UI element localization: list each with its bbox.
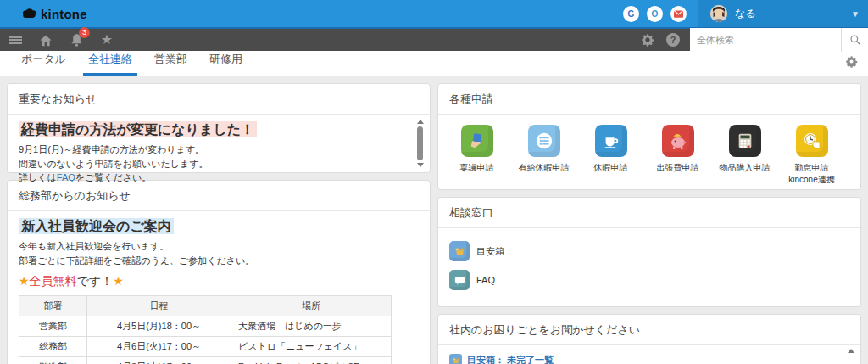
soumu-line-1: 今年も新入社員歓迎会を行います。 xyxy=(19,239,419,254)
list-icon xyxy=(528,125,560,157)
tab-zensha-renraku[interactable]: 全社連絡 xyxy=(83,47,137,76)
star-icon: ★ xyxy=(19,274,30,288)
left-column: 重要なお知らせ 経費申請の方法が変更になりました！ 9月1日(月)～経費申請の方… xyxy=(7,83,431,364)
col-date: 日程 xyxy=(87,296,231,316)
approval-hand-icon xyxy=(461,125,493,157)
kintone-cloud-icon xyxy=(22,8,36,19)
faq-link[interactable]: FAQ xyxy=(57,172,75,182)
table-row: 製造部 4月8日(木)17：00～ Rookie's Reset ABCビル3F xyxy=(19,357,392,364)
consultation-panel: 相談窓口 目安箱 FAQ xyxy=(437,197,861,307)
search-button[interactable] xyxy=(841,28,868,52)
important-line-3: 詳しくはFAQをご覧ください。 xyxy=(19,171,419,185)
right-column: 各種申請 稟議申請 有給休暇申請 xyxy=(437,83,861,364)
coffee-cup-icon xyxy=(595,125,627,157)
search-input[interactable] xyxy=(690,28,841,52)
home-icon[interactable] xyxy=(37,31,54,48)
free-announcement: ★全員無料です！★ xyxy=(19,274,419,289)
garoon-product-icon[interactable]: G xyxy=(623,6,639,22)
panel-title: 重要なお知らせ xyxy=(8,84,430,115)
global-search xyxy=(690,28,868,52)
user-name: なる xyxy=(735,7,756,21)
suggestion-box-icon xyxy=(449,241,470,261)
panel-title: 各種申請 xyxy=(438,84,860,115)
hamburger-menu-icon[interactable] xyxy=(7,31,24,48)
important-notice-panel: 重要なお知らせ 経費申請の方法が変更になりました！ 9月1日(月)～経費申請の方… xyxy=(7,83,431,173)
app-yukyu-kyuka-shinsei[interactable]: 有給休暇申請 xyxy=(510,125,577,186)
chat-bubble-icon xyxy=(449,270,470,290)
soumu-notice-panel: 総務部からのお知らせ 新入社員歓迎会のご案内 今年も新入社員歓迎会を行います。 … xyxy=(7,180,431,364)
inbox-panel: 社内のお困りごとをお聞かせください 目安箱： 未完了一覧 1 - 1（1件中） … xyxy=(437,314,861,364)
app-kyuka-shinsei[interactable]: 休暇申請 xyxy=(577,125,644,186)
applications-panel: 各種申請 稟議申請 有給休暇申請 xyxy=(437,83,861,190)
scroll-up-icon[interactable] xyxy=(848,349,854,353)
faq-app-link[interactable]: FAQ xyxy=(449,266,849,294)
portal-tabs: ポータル 全社連絡 営業部 研修用 xyxy=(0,51,868,76)
calculator-icon xyxy=(729,125,761,157)
panel-title: 総務部からのお知らせ xyxy=(8,181,430,211)
important-headline: 経費申請の方法が変更になりました！ xyxy=(19,121,257,137)
tab-kenshuyo[interactable]: 研修用 xyxy=(204,47,248,76)
table-row: 総務部 4月6日(火)17：00～ ビストロ「ニューフェイス」 xyxy=(19,337,392,357)
important-line-2: 間違いのないよう申請をお願いいたします。 xyxy=(19,157,419,171)
user-avatar xyxy=(710,5,727,22)
portal-settings-gear-icon[interactable] xyxy=(845,55,858,71)
suggestion-box-icon xyxy=(449,354,462,364)
scroll-down-icon[interactable] xyxy=(417,163,424,167)
star-icon: ★ xyxy=(113,274,124,288)
col-place: 場所 xyxy=(231,296,392,316)
col-department: 部署 xyxy=(19,296,87,316)
inbox-scrollbar[interactable] xyxy=(847,349,854,364)
tab-portal[interactable]: ポータル xyxy=(16,47,71,76)
meyasubako-link[interactable]: 目安箱 xyxy=(449,237,849,266)
chevron-down-icon: ▼ xyxy=(817,9,860,19)
portal-body: 重要なお知らせ 経費申請の方法が変更になりました！ 9月1日(月)～経費申請の方… xyxy=(0,76,868,364)
soumu-headline: 新入社員歓迎会のご案内 xyxy=(19,218,174,234)
mail-product-icon[interactable] xyxy=(670,6,687,22)
panel-title: 社内のお困りごとをお聞かせください xyxy=(438,315,860,345)
notification-bell-icon[interactable]: 3 xyxy=(68,31,85,48)
app-ringi-shinsei[interactable]: 稟議申請 xyxy=(443,125,510,186)
scroll-up-icon[interactable] xyxy=(417,120,424,124)
soumu-line-2: 部署ごとに下記詳細をご確認のうえ、ご参加ください。 xyxy=(19,254,419,268)
table-header-row: 部署 日程 場所 xyxy=(19,296,392,316)
search-icon xyxy=(849,34,861,46)
tab-eigyobu[interactable]: 営業部 xyxy=(149,47,192,76)
kintone-logo[interactable]: kintone xyxy=(22,7,87,21)
envelope-icon xyxy=(674,10,683,18)
favorites-star-icon[interactable]: ★ xyxy=(98,31,115,48)
office-product-icon[interactable]: O xyxy=(647,6,663,22)
app-shutchohi-shinsei[interactable]: 出張費申請 xyxy=(644,125,711,186)
important-line-1: 9月1日(月)～経費申請の方法が変わります。 xyxy=(19,143,419,157)
user-menu[interactable]: なる ▼ xyxy=(698,0,868,27)
notification-badge: 3 xyxy=(79,27,90,38)
help-icon[interactable]: ? xyxy=(666,33,680,47)
piggy-bank-icon xyxy=(662,125,694,157)
meyasubako-view-link[interactable]: 目安箱： 未完了一覧 xyxy=(467,354,554,364)
settings-gear-icon[interactable] xyxy=(639,31,656,48)
panel-title: 相談窓口 xyxy=(438,198,860,228)
scroll-thumb[interactable] xyxy=(417,126,423,160)
notice-scrollbar[interactable] xyxy=(416,120,424,167)
app-header: kintone G O なる ▼ xyxy=(0,0,868,27)
table-row: 営業部 4月5日(月)18：00～ 大衆酒場 はじめの一歩 xyxy=(19,316,392,337)
welcome-party-table: 部署 日程 場所 営業部 4月5日(月)18：00～ 大衆酒場 はじめの一歩 総… xyxy=(19,295,392,364)
app-kintai-shinsei[interactable]: 勤怠申請kincone連携 xyxy=(778,125,845,186)
app-buppin-konyu-shinsei[interactable]: 物品購入申請 xyxy=(711,125,778,186)
kintone-logo-text: kintone xyxy=(41,7,87,21)
clock-icon xyxy=(796,125,828,157)
